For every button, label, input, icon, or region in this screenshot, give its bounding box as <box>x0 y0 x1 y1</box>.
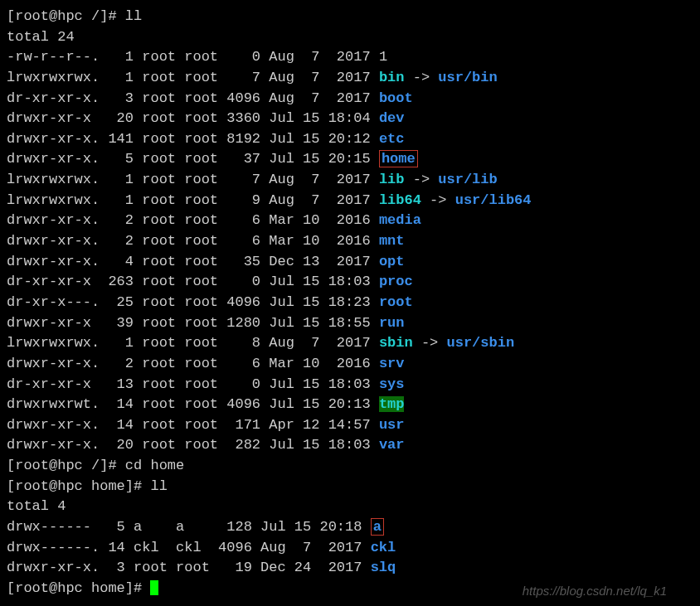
file-name: usr <box>379 417 405 433</box>
shell-prompt: [root@hpc home]# <box>7 478 150 494</box>
symlink-target: usr/lib <box>438 172 497 187</box>
ls-row: drwxr-xr-x. 2 root root 6 Mar 10 2016 mn… <box>7 231 693 252</box>
file-name: opt <box>379 254 405 269</box>
cursor-icon <box>150 580 158 595</box>
shell-prompt: [root@hpc home]# <box>7 580 150 596</box>
highlighted-entry: a <box>371 518 384 536</box>
ls-row: drwxr-xr-x. 4 root root 35 Dec 13 2017 o… <box>7 252 693 273</box>
watermark-text: https://blog.csdn.net/lq_k1 <box>523 582 667 600</box>
ls-row: dr-xr-xr-x 13 root root 0 Jul 15 18:03 s… <box>7 375 693 395</box>
ls-row: -rw-r--r--. 1 root root 0 Aug 7 2017 1 <box>7 47 693 68</box>
symlink-target: usr/sbin <box>447 335 515 351</box>
file-name: proc <box>379 274 413 289</box>
ls-row: lrwxrwxrwx. 1 root root 7 Aug 7 2017 lib… <box>7 170 693 191</box>
file-name: sys <box>379 376 405 392</box>
prompt-line[interactable]: [root@hpc /]# cd home <box>7 456 693 477</box>
ls-row: dr-xr-xr-x 263 root root 0 Jul 15 18:03 … <box>7 272 693 293</box>
ls-row: lrwxrwxrwx. 1 root root 9 Aug 7 2017 lib… <box>7 191 693 211</box>
prompt-line[interactable]: [root@hpc /]# ll <box>7 7 693 27</box>
file-name: slq <box>371 560 396 575</box>
file-name: lib64 <box>379 192 421 208</box>
ls-row: drwx------. 14 ckl ckl 4096 Aug 7 2017 c… <box>7 538 693 559</box>
file-name: ckl <box>371 540 396 555</box>
command-text: cd home <box>125 458 184 473</box>
file-name: var <box>379 437 405 453</box>
command-text: ll <box>150 478 167 494</box>
ls-row: drwx------ 5 a a 128 Jul 15 20:18 a <box>7 517 693 538</box>
ls-row: drwxr-xr-x. 3 root root 19 Dec 24 2017 s… <box>7 558 693 579</box>
ls-row: drwxr-xr-x. 20 root root 282 Jul 15 18:0… <box>7 435 693 456</box>
ls-row: drwxr-xr-x. 14 root root 171 Apr 12 14:5… <box>7 415 693 436</box>
symlink-arrow: -> <box>413 335 447 351</box>
total-line: total 24 <box>7 27 693 48</box>
file-name: lib <box>379 172 405 187</box>
symlink-target: usr/bin <box>438 70 497 85</box>
symlink-arrow: -> <box>404 70 438 85</box>
symlink-arrow: -> <box>404 172 438 187</box>
command-text: ll <box>125 8 142 24</box>
ls-row: drwxr-xr-x. 5 root root 37 Jul 15 20:15 … <box>7 149 693 170</box>
file-name: root <box>379 294 413 310</box>
file-name: a <box>373 519 382 535</box>
file-name: dev <box>379 110 405 126</box>
file-name: sbin <box>379 335 413 351</box>
shell-prompt: [root@hpc /]# <box>7 458 125 473</box>
ls-row: drwxrwxrwt. 14 root root 4096 Jul 15 20:… <box>7 395 693 415</box>
file-name: home <box>382 151 416 167</box>
file-name: media <box>379 212 421 228</box>
file-name: srv <box>379 356 405 371</box>
ls-row: drwxr-xr-x 20 root root 3360 Jul 15 18:0… <box>7 109 693 129</box>
file-name: etc <box>379 131 405 147</box>
ls-row: drwxr-xr-x. 2 root root 6 Mar 10 2016 me… <box>7 211 693 231</box>
ls-row: drwxr-xr-x. 141 root root 8192 Jul 15 20… <box>7 129 693 150</box>
symlink-target: usr/lib64 <box>455 192 532 208</box>
file-name: bin <box>379 70 405 85</box>
file-name: boot <box>379 90 413 106</box>
highlighted-entry: home <box>379 150 418 167</box>
ls-row: dr-xr-x---. 25 root root 4096 Jul 15 18:… <box>7 293 693 313</box>
file-name: run <box>379 315 405 331</box>
terminal-output: [root@hpc /]# lltotal 24-rw-r--r--. 1 ro… <box>7 7 693 599</box>
shell-prompt: [root@hpc /]# <box>7 8 125 24</box>
total-line: total 4 <box>7 497 693 517</box>
ls-row: drwxr-xr-x 39 root root 1280 Jul 15 18:5… <box>7 313 693 334</box>
ls-row: drwxr-xr-x. 2 root root 6 Mar 10 2016 sr… <box>7 354 693 375</box>
prompt-line[interactable]: [root@hpc home]# ll <box>7 477 693 497</box>
symlink-arrow: -> <box>421 192 455 208</box>
file-name: mnt <box>379 233 405 249</box>
ls-row: lrwxrwxrwx. 1 root root 7 Aug 7 2017 bin… <box>7 68 693 89</box>
ls-row: dr-xr-xr-x. 3 root root 4096 Aug 7 2017 … <box>7 89 693 109</box>
file-name: 1 <box>379 49 387 65</box>
ls-row: lrwxrwxrwx. 1 root root 8 Aug 7 2017 sbi… <box>7 333 693 354</box>
file-name: tmp <box>379 396 405 412</box>
